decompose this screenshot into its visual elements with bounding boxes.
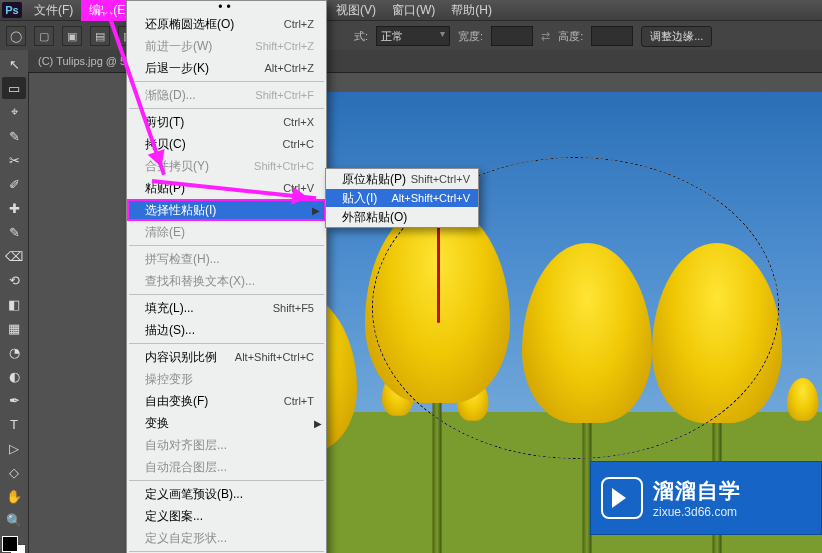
menu-item[interactable]: 描边(S)... [127,319,326,341]
pen-tool[interactable]: ✒ [2,389,26,411]
color-swatches[interactable] [2,536,26,553]
menu-item-label: 定义图案... [145,508,318,525]
menu-separator [129,551,324,552]
menu-item-shortcut: Ctrl+X [283,116,318,128]
menu-item-label: 前进一步(W) [145,38,255,55]
menu-item[interactable]: 填充(L)...Shift+F5 [127,297,326,319]
zoom-tool[interactable]: 🔍 [2,509,26,531]
menu-item[interactable]: 定义图案... [127,505,326,527]
menu-separator [129,245,324,246]
width-label: 宽度: [458,29,483,44]
submenu-item-shortcut: Shift+Ctrl+V [411,173,470,185]
marquee-ellipse-icon[interactable]: ◯ [6,26,26,46]
width-input[interactable] [491,26,533,46]
crop-tool[interactable]: ✂ [2,149,26,171]
menu-separator [129,480,324,481]
submenu-item[interactable]: 原位粘贴(P)Shift+Ctrl+V [326,169,478,189]
menu-item: 查找和替换文本(X)... [127,270,326,292]
menu-item[interactable]: 内容识别比例Alt+Shift+Ctrl+C [127,346,326,368]
menu-item[interactable]: 变换▶ [127,412,326,434]
submenu-item-label: 外部粘贴(O) [342,209,470,226]
hand-tool[interactable]: ✋ [2,485,26,507]
menu-item[interactable]: 定义画笔预设(B)... [127,483,326,505]
app-logo: Ps [2,2,22,18]
sel-new-icon[interactable]: ▢ [34,26,54,46]
menu-item: 定义自定形状... [127,527,326,549]
menu-item-label: 还原椭圆选框(O) [145,16,284,33]
menu-item-label: 变换 [145,415,318,432]
menu-item-label: 拷贝(C) [145,136,283,153]
shape-tool[interactable]: ◇ [2,461,26,483]
menu-separator [129,343,324,344]
menu-item-label: 描边(S)... [145,322,318,339]
stamp-tool[interactable]: ⌫ [2,245,26,267]
swap-wh-icon[interactable]: ⇄ [541,30,550,43]
submenu-item[interactable]: 贴入(I)Alt+Shift+Ctrl+V [326,189,478,207]
menu-item: 操控变形 [127,368,326,390]
menu-item-shortcut: Shift+Ctrl+C [254,160,318,172]
gradient-tool[interactable]: ▦ [2,317,26,339]
menu-item-shortcut: Alt+Ctrl+Z [264,62,318,74]
menu-item[interactable]: 剪切(T)Ctrl+X [127,111,326,133]
menu-item-shortcut: Ctrl+C [283,138,318,150]
menu-item[interactable]: 自由变换(F)Ctrl+T [127,390,326,412]
menu-item-label: 查找和替换文本(X)... [145,273,318,290]
menu-item: 拼写检查(H)... [127,248,326,270]
menu-item[interactable]: 后退一步(K)Alt+Ctrl+Z [127,57,326,79]
menu-file[interactable]: 文件(F) [26,0,81,21]
menu-item-shortcut: Shift+F5 [273,302,318,314]
watermark-url: zixue.3d66.com [653,505,741,519]
history-brush-tool[interactable]: ⟲ [2,269,26,291]
dodge-tool[interactable]: ◐ [2,365,26,387]
dropdown-handle[interactable]: •• [127,1,326,13]
brush-tool[interactable]: ✎ [2,221,26,243]
menu-window[interactable]: 窗口(W) [384,0,443,21]
blur-tool[interactable]: ◔ [2,341,26,363]
eraser-tool[interactable]: ◧ [2,293,26,315]
menu-item: 前进一步(W)Shift+Ctrl+Z [127,35,326,57]
move-tool[interactable]: ↖ [2,53,26,75]
menu-item-label: 内容识别比例 [145,349,235,366]
type-tool[interactable]: T [2,413,26,435]
sel-add-icon[interactable]: ▣ [62,26,82,46]
play-icon [601,477,643,519]
edit-dropdown: •• 还原椭圆选框(O)Ctrl+Z前进一步(W)Shift+Ctrl+Z后退一… [126,0,327,553]
submenu-item[interactable]: 外部粘贴(O) [326,207,478,227]
menu-item-label: 渐隐(D)... [145,87,255,104]
height-input[interactable] [591,26,633,46]
submenu-item-label: 贴入(I) [342,190,391,207]
menu-item-shortcut: Shift+Ctrl+F [255,89,318,101]
submenu-item-label: 原位粘贴(P) [342,171,411,188]
menu-separator [129,294,324,295]
menu-item-label: 操控变形 [145,371,318,388]
menu-item-label: 拼写检查(H)... [145,251,318,268]
height-label: 高度: [558,29,583,44]
menu-view[interactable]: 视图(V) [328,0,384,21]
mode-select[interactable]: 正常 [376,26,450,46]
menu-item-label: 自动混合图层... [145,459,318,476]
menu-item-label: 后退一步(K) [145,60,264,77]
menu-item-shortcut: Ctrl+Z [284,18,318,30]
watermark-banner: 溜溜自学 zixue.3d66.com [590,461,822,535]
menu-item: 渐隐(D)...Shift+Ctrl+F [127,84,326,106]
spot-heal-tool[interactable]: ✚ [2,197,26,219]
eyedropper-tool[interactable]: ✐ [2,173,26,195]
quick-select-tool[interactable]: ✎ [2,125,26,147]
menu-item-label: 自动对齐图层... [145,437,318,454]
watermark-brand: 溜溜自学 [653,477,741,505]
paste-special-submenu: 原位粘贴(P)Shift+Ctrl+V贴入(I)Alt+Shift+Ctrl+V… [325,168,479,228]
menu-item-label: 定义自定形状... [145,530,318,547]
lasso-tool[interactable]: ⌖ [2,101,26,123]
path-select-tool[interactable]: ▷ [2,437,26,459]
menu-item-label: 自由变换(F) [145,393,284,410]
sel-sub-icon[interactable]: ▤ [90,26,110,46]
toolbox: ↖▭⌖✎✂✐✚✎⌫⟲◧▦◔◐✒T▷◇✋🔍 [0,50,29,553]
marquee-tool[interactable]: ▭ [2,77,26,99]
document-tab[interactable]: (C) Tulips.jpg @ 56 [38,55,132,67]
menu-item[interactable]: 还原椭圆选框(O)Ctrl+Z [127,13,326,35]
menu-item: 清除(E) [127,221,326,243]
menu-help[interactable]: 帮助(H) [443,0,500,21]
menu-item-shortcut: Alt+Shift+Ctrl+C [235,351,318,363]
menu-item-label: 剪切(T) [145,114,283,131]
refine-edge-button[interactable]: 调整边缘... [641,26,712,47]
